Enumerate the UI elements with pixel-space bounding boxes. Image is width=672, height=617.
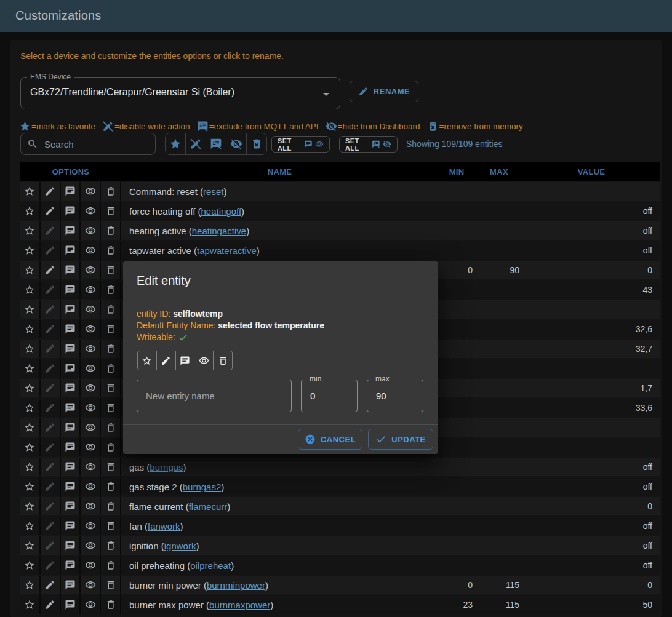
favorite-icon-button[interactable] [20,320,41,338]
edit-icon-button[interactable] [41,281,61,299]
max-input[interactable] [367,380,423,412]
entity-shortname-link[interactable]: burngas2 [183,482,222,492]
filter-remove-memory-button[interactable] [247,133,266,154]
edit-icon-button[interactable] [41,418,61,437]
exclude-mqtt-icon-button[interactable] [61,241,81,260]
visibility-icon-button[interactable] [81,536,101,555]
favorite-icon-button[interactable] [20,438,41,456]
entity-name-cell[interactable]: flame current (flamecurr) [121,501,438,512]
favorite-icon-button[interactable] [20,202,41,220]
search-input[interactable] [43,138,149,150]
entity-shortname-link[interactable]: reset [203,186,223,197]
entity-name-cell[interactable]: tapwater active (tapwateractive) [121,245,438,256]
favorite-icon-button[interactable] [20,556,41,575]
entity-name-cell[interactable]: force heating off (heatingoff) [121,206,438,217]
exclude-mqtt-icon-button[interactable] [61,221,81,240]
entity-name-cell[interactable]: gas stage 2 (burngas2) [121,482,438,492]
entity-name-cell[interactable]: burner min power (burnminpower) [121,580,438,591]
favorite-icon-button[interactable] [20,379,41,397]
delete-icon-button[interactable] [101,477,121,496]
visibility-icon-button[interactable] [81,418,101,437]
exclude-mqtt-icon-button[interactable] [61,261,81,279]
delete-icon-button[interactable] [101,418,121,437]
edit-icon-button[interactable] [41,261,61,279]
exclude-mqtt-toggle-button[interactable] [176,351,195,370]
delete-icon-button[interactable] [101,202,121,220]
new-entity-name-input[interactable] [137,380,291,412]
entity-name-cell[interactable]: fan (fanwork) [121,521,438,531]
favorite-icon-button[interactable] [20,182,41,201]
visibility-icon-button[interactable] [81,320,101,338]
exclude-mqtt-icon-button[interactable] [61,576,81,594]
entity-name-cell[interactable]: oil preheating (oilpreheat) [121,560,438,571]
delete-icon-button[interactable] [101,359,121,378]
edit-icon-button[interactable] [41,340,61,358]
edit-icon-button[interactable] [41,379,61,397]
exclude-mqtt-icon-button[interactable] [61,202,81,220]
visibility-icon-button[interactable] [81,379,101,397]
visibility-icon-button[interactable] [81,497,101,515]
edit-icon-button[interactable] [41,399,61,417]
edit-icon-button[interactable] [41,359,61,378]
edit-icon-button[interactable] [41,241,61,260]
edit-icon-button[interactable] [41,202,61,220]
delete-icon-button[interactable] [101,221,121,240]
entity-shortname-link[interactable]: ignwork [164,541,196,551]
visibility-icon-button[interactable] [81,261,101,279]
edit-icon-button[interactable] [41,595,61,614]
cancel-button[interactable]: CANCEL [298,429,362,450]
entity-shortname-link[interactable]: burnminpower [207,580,265,591]
delete-icon-button[interactable] [101,300,121,319]
visibility-icon-button[interactable] [81,281,101,299]
entity-shortname-link[interactable]: flamecurr [189,501,228,512]
favorite-icon-button[interactable] [20,595,41,614]
favorite-icon-button[interactable] [20,418,41,437]
filter-hide-dashboard-button[interactable] [226,133,247,154]
entity-name-cell[interactable]: ignition (ignwork) [121,541,438,551]
min-input[interactable] [302,380,357,412]
visibility-icon-button[interactable] [81,556,101,575]
delete-icon-button[interactable] [101,556,121,575]
visibility-icon-button[interactable] [81,340,101,358]
delete-icon-button[interactable] [101,438,121,456]
exclude-mqtt-icon-button[interactable] [61,340,81,358]
visibility-icon-button[interactable] [81,399,101,417]
entity-name-cell[interactable]: Command: reset (reset) [121,186,438,197]
visibility-icon-button[interactable] [81,477,101,496]
edit-icon-button[interactable] [41,221,61,240]
favorite-icon-button[interactable] [20,576,41,594]
entity-name-cell[interactable]: gas (burngas) [121,462,438,472]
visibility-icon-button[interactable] [81,458,101,476]
favorite-toggle-button[interactable] [138,351,157,370]
edit-icon-button[interactable] [41,477,61,496]
edit-icon-button[interactable] [41,182,61,201]
delete-icon-button[interactable] [101,241,121,260]
delete-icon-button[interactable] [101,517,121,535]
filter-exclude-mqtt-button[interactable] [206,133,226,154]
delete-icon-button[interactable] [101,281,121,299]
entity-shortname-link[interactable]: tapwateractive [197,245,257,256]
visibility-icon-button[interactable] [81,438,101,456]
favorite-icon-button[interactable] [20,477,41,496]
exclude-mqtt-icon-button[interactable] [61,320,81,338]
edit-icon-button[interactable] [41,497,61,515]
exclude-mqtt-icon-button[interactable] [61,458,81,476]
visibility-icon-button[interactable] [81,576,101,594]
visibility-icon-button[interactable] [81,221,101,240]
delete-icon-button[interactable] [101,320,121,338]
hide-dashboard-toggle-button[interactable] [194,351,214,370]
edit-icon-button[interactable] [41,438,61,456]
favorite-icon-button[interactable] [20,241,41,260]
visibility-icon-button[interactable] [81,359,101,378]
exclude-mqtt-icon-button[interactable] [61,300,81,319]
favorite-icon-button[interactable] [20,340,41,358]
set-all-hidden-button[interactable]: SET ALL [339,136,398,153]
entity-name-cell[interactable]: burner max power (burnmaxpower) [121,600,438,610]
update-button[interactable]: UPDATE [368,429,433,450]
delete-icon-button[interactable] [101,458,121,476]
favorite-icon-button[interactable] [20,517,41,535]
favorite-icon-button[interactable] [20,300,41,319]
visibility-icon-button[interactable] [81,300,101,319]
ems-device-select[interactable]: EMS Device GBx72/Trendline/Cerapur/Green… [20,77,340,109]
entity-shortname-link[interactable]: oilpreheat [190,560,231,571]
